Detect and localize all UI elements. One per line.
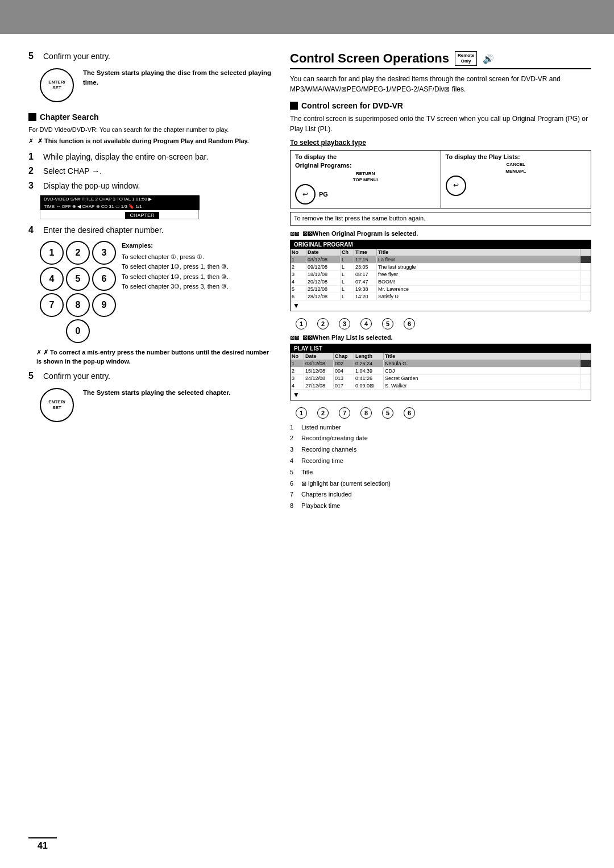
orig-ind-4: 4 <box>360 318 372 329</box>
original-btn-label-top: RETURNTOP MENU/ <box>295 170 436 183</box>
dvd-bar-text: DVD-VIDEO S/N# TITLE 2 CHAP 3 TOTAL 1:01… <box>44 197 152 202</box>
num-btn-8[interactable]: 8 <box>66 293 90 317</box>
step4-number: 4 <box>28 225 40 235</box>
enter-set-desc-second: The System starts playing the selected c… <box>83 388 231 398</box>
pl-row-2-date: 15/12/08 <box>304 368 334 374</box>
col-ch: Ch <box>341 249 354 256</box>
pl-ind-5: 5 <box>382 407 393 419</box>
orig-row-5[interactable]: 5 25/12/08 L 19:38 Mr. Lawrence <box>291 286 591 293</box>
return-button[interactable]: ↩ <box>295 184 316 205</box>
original-program-header: ORIGINAL PROGRAM <box>291 240 591 249</box>
step2-number: 2 <box>28 166 40 176</box>
pl-row-4[interactable]: 4 27/12/08 017 0:09:0⊠ S. Walker <box>291 382 591 390</box>
num-btn-6[interactable]: 6 <box>92 267 116 291</box>
orig-row-1[interactable]: 1 03/12/08 L 12:15 La fleur <box>291 256 591 264</box>
orig-row-3[interactable]: 3 18/12/08 L 08:17 free flyer <box>291 271 591 278</box>
pl-row-3-bar <box>580 375 591 382</box>
pl-row-4-bar <box>580 382 591 389</box>
step5-first-text: Confirm your entry. <box>43 51 110 62</box>
legend-item-3: 3Recording channels <box>290 444 591 456</box>
pl-row-3-length: 0:41:26 <box>354 375 384 382</box>
step5b-text: Confirm your entry. <box>43 371 110 382</box>
orig-row-4[interactable]: 4 20/12/08 L 07:47 BOOM! <box>291 278 591 286</box>
orig-ind-2: 2 <box>317 318 329 329</box>
pl-row-1[interactable]: 1 03/12/08 002 0:25:24 Nebula G. <box>291 360 591 368</box>
num-btn-2[interactable]: 2 <box>66 241 90 265</box>
orig-ind-1: 1 <box>296 318 307 329</box>
col-no: No <box>291 249 306 256</box>
num-grid: 1 2 3 4 5 6 7 8 9 <box>40 241 116 317</box>
num-btn-0[interactable]: 0 <box>66 319 90 343</box>
orig-row-4-date: 20/12/08 <box>306 278 341 285</box>
legend-text-2: Recording/creating date <box>301 433 368 444</box>
orig-row-3-ch: L <box>341 271 354 278</box>
step5b-number: 5 <box>28 371 40 381</box>
orig-row-1-bar <box>580 256 591 263</box>
num-btn-3[interactable]: 3 <box>92 241 116 265</box>
page-number: 41 <box>28 837 57 851</box>
legend-list: 1Listed number 2Recording/creating date … <box>290 422 591 512</box>
num-btn-1[interactable]: 1 <box>40 241 64 265</box>
pl-ind-1: 1 <box>296 407 307 419</box>
chapter-search-note: For DVD Video/DVD-VR: You can search for… <box>28 125 273 135</box>
orig-row-6-ch: L <box>341 293 354 300</box>
step2: 2 Select CHAP →. <box>28 166 273 177</box>
correction-text: ✗ To correct a mis-entry press the numbe… <box>36 349 269 365</box>
cancel-button[interactable]: ↩ <box>446 176 466 196</box>
original-indicators: 1 2 3 4 5 6 <box>290 317 591 331</box>
pl-row-4-title: S. Walker <box>384 382 580 389</box>
original-btn-row: ↩ PG <box>295 184 436 206</box>
legend-num-1: 1 <box>290 422 299 433</box>
pl-row-3[interactable]: 3 24/12/08 013 0:41:26 Secret Garden <box>291 375 591 382</box>
when-playlist-text: ⊠⊠When Play List is selected. <box>302 334 393 341</box>
pl-col-no: No <box>291 353 304 360</box>
original-program-footer: ▼ <box>291 301 591 311</box>
orig-row-2[interactable]: 2 09/12/08 L 23:05 The last struggle <box>291 264 591 271</box>
num-buttons-container: 1 2 3 4 5 6 7 8 9 0 Examples: To select … <box>40 241 273 343</box>
enter-set-icon-second: ENTER/SET <box>40 388 74 422</box>
step5-first: 5 Confirm your entry. <box>28 51 273 62</box>
pl-row-4-no: 4 <box>291 382 304 389</box>
pl-row-2[interactable]: 2 15/12/08 004 1:04:39 CDJ <box>291 368 591 375</box>
legend-text-6: ⊠ ighlight bar (current selection) <box>301 478 391 490</box>
num-btn-9[interactable]: 9 <box>92 293 116 317</box>
control-screen-title: Control Screen Operations Remote Only 🔊 <box>290 51 591 69</box>
enter-set-desc-first: The System starts playing the disc from … <box>83 68 273 88</box>
orig-row-6-date: 28/12/08 <box>306 293 341 300</box>
correction-note: ✗ ✗ To correct a mis-entry press the num… <box>36 348 273 366</box>
pl-row-2-no: 2 <box>291 368 304 374</box>
col-time: Time <box>354 249 377 256</box>
pl-ind-2: 2 <box>317 407 329 419</box>
legend-text-3: Recording channels <box>301 444 356 456</box>
num-btn-5[interactable]: 5 <box>66 267 90 291</box>
orig-ind-5: 5 <box>382 318 393 329</box>
example4: To select chapter 3⑩, press 3, then ⑩. <box>122 282 229 292</box>
left-column: 5 Confirm your entry. ENTER/SET The Syst… <box>28 51 273 512</box>
playback-cell-playlist: To display the Play Lists: CANCELMENU/PL… <box>441 151 591 208</box>
orig-row-4-no: 4 <box>291 278 306 285</box>
orig-row-2-no: 2 <box>291 264 306 270</box>
num-btn-4[interactable]: 4 <box>40 267 64 291</box>
pl-ind-8: 8 <box>360 407 372 419</box>
legend-item-7: 7Chapters included <box>290 489 591 500</box>
orig-row-1-ch: L <box>341 256 354 263</box>
page-header <box>0 0 614 34</box>
step1: 1 While playing, display the entire on-s… <box>28 152 273 163</box>
dvd-vr-header: Control screen for DVD-VR <box>290 101 591 110</box>
pl-col-chap: Chap <box>334 353 354 360</box>
orig-row-3-title: free flyer <box>377 271 580 278</box>
legend-text-5: Title <box>301 467 313 478</box>
pl-row-2-bar <box>580 368 591 374</box>
step1-number: 1 <box>28 152 40 162</box>
dvd-bar-row1: DVD-VIDEO S/N# TITLE 2 CHAP 3 TOTAL 1:01… <box>40 195 200 203</box>
examples-title: Examples: <box>122 241 229 251</box>
orig-row-6-no: 6 <box>291 293 306 300</box>
enter-set-label-second: ENTER/SET <box>48 399 65 410</box>
orig-ind-6: 6 <box>404 318 415 329</box>
dvd-chapter-label: CHAPTER <box>125 212 159 219</box>
step4-text: Enter the desired chapter number. <box>43 225 164 236</box>
num-btn-7[interactable]: 7 <box>40 293 64 317</box>
orig-row-2-time: 23:05 <box>354 264 377 270</box>
orig-row-6[interactable]: 6 28/12/08 L 14:20 Satisfy U <box>291 293 591 301</box>
orig-row-2-bar <box>580 264 591 270</box>
